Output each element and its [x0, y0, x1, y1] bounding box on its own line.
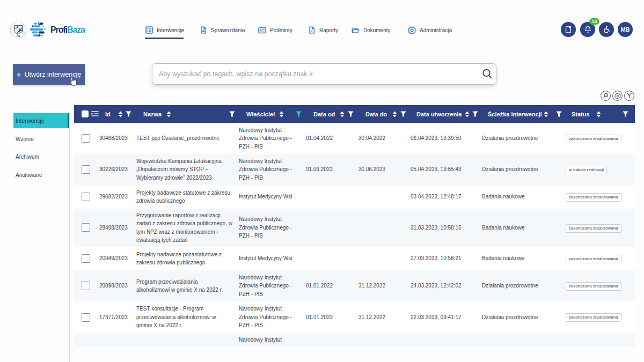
svg-text:x: x	[311, 29, 313, 33]
svg-text:PIB: PIB	[17, 35, 20, 38]
svg-text:A: A	[260, 28, 262, 32]
